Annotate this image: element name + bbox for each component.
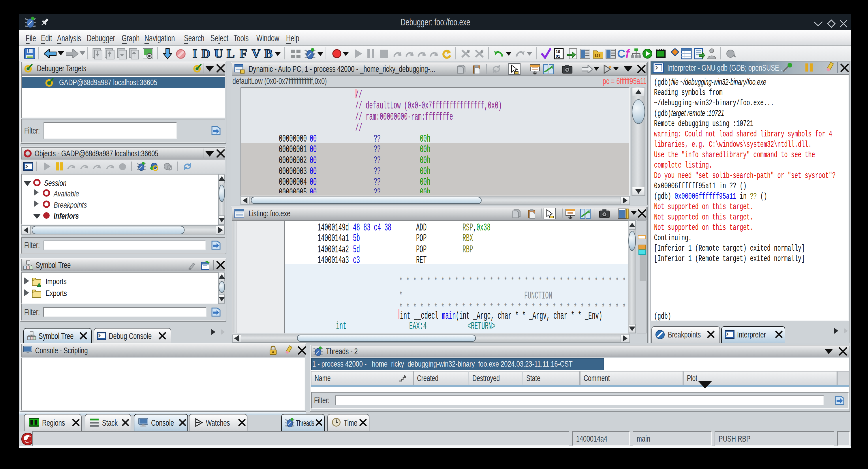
svg-text:DT: DT (595, 53, 601, 58)
svg-text:01: 01 (556, 54, 560, 59)
svg-text:10: 10 (556, 49, 560, 54)
